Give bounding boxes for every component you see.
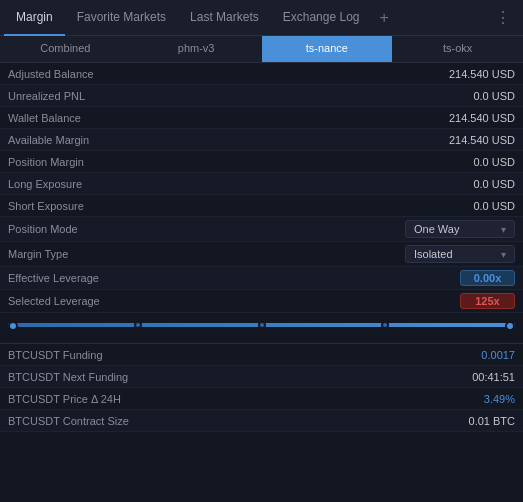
position-margin-label: Position Margin [8, 156, 355, 168]
btcusdt-funding-label: BTCUSDT Funding [8, 349, 435, 361]
chevron-down-icon: ▾ [501, 224, 506, 235]
selected-leverage-badge: 125x [460, 293, 515, 309]
btcusdt-price-24h-label: BTCUSDT Price Δ 24H [8, 393, 435, 405]
balance-data-section: Adjusted Balance 214.540 USD Unrealized … [0, 63, 523, 313]
adjusted-balance-label: Adjusted Balance [8, 68, 355, 80]
short-exposure-value: 0.0 USD [355, 200, 515, 212]
subtab-ts-okx[interactable]: ts-okx [392, 36, 523, 62]
selected-leverage-value: 125x [355, 293, 515, 309]
effective-leverage-label: Effective Leverage [8, 272, 355, 284]
subtab-combined[interactable]: Combined [0, 36, 131, 62]
margin-type-dropdown[interactable]: Isolated ▾ [405, 245, 515, 263]
btcusdt-next-funding-label: BTCUSDT Next Funding [8, 371, 435, 383]
list-item: BTCUSDT Price Δ 24H 3.49% [0, 388, 523, 410]
subtab-ts-nance[interactable]: ts-nance [262, 36, 393, 62]
margin-type-selected: Isolated [414, 248, 453, 260]
leverage-slider-row [0, 313, 523, 343]
table-row: Adjusted Balance 214.540 USD [0, 63, 523, 85]
effective-leverage-badge: 0.00x [460, 270, 515, 286]
slider-dot-3 [381, 321, 389, 329]
table-row: Short Exposure 0.0 USD [0, 195, 523, 217]
long-exposure-value: 0.0 USD [355, 178, 515, 190]
btcusdt-funding-value: 0.0017 [435, 349, 515, 361]
tab-margin[interactable]: Margin [4, 0, 65, 36]
selected-leverage-label: Selected Leverage [8, 295, 355, 307]
position-mode-dropdown[interactable]: One Way ▾ [405, 220, 515, 238]
chevron-down-icon: ▾ [501, 249, 506, 260]
top-navigation: Margin Favorite Markets Last Markets Exc… [0, 0, 523, 36]
slider-handle[interactable] [8, 321, 18, 331]
slider-handle-end[interactable] [505, 321, 515, 331]
subtab-phm-v3[interactable]: phm-v3 [131, 36, 262, 62]
margin-type-row: Margin Type Isolated ▾ [0, 242, 523, 267]
effective-leverage-row: Effective Leverage 0.00x [0, 267, 523, 290]
position-margin-value: 0.0 USD [355, 156, 515, 168]
slider-dot-1 [134, 321, 142, 329]
position-mode-row: Position Mode One Way ▾ [0, 217, 523, 242]
short-exposure-label: Short Exposure [8, 200, 355, 212]
btcusdt-next-funding-value: 00:41:51 [435, 371, 515, 383]
table-row: Available Margin 214.540 USD [0, 129, 523, 151]
available-margin-label: Available Margin [8, 134, 355, 146]
position-mode-value: One Way ▾ [355, 220, 515, 238]
position-mode-selected: One Way [414, 223, 459, 235]
btcusdt-contract-size-label: BTCUSDT Contract Size [8, 415, 435, 427]
adjusted-balance-value: 214.540 USD [355, 68, 515, 80]
list-item: BTCUSDT Funding 0.0017 [0, 344, 523, 366]
list-item: BTCUSDT Contract Size 0.01 BTC [0, 410, 523, 432]
list-item: BTCUSDT Next Funding 00:41:51 [0, 366, 523, 388]
add-tab-button[interactable]: + [371, 9, 396, 27]
tab-exchange-log[interactable]: Exchange Log [271, 0, 372, 36]
available-margin-value: 214.540 USD [355, 134, 515, 146]
table-row: Long Exposure 0.0 USD [0, 173, 523, 195]
effective-leverage-value: 0.00x [355, 270, 515, 286]
funding-section: BTCUSDT Funding 0.0017 BTCUSDT Next Fund… [0, 343, 523, 432]
more-options-icon[interactable]: ⋮ [487, 8, 519, 27]
tab-last-markets[interactable]: Last Markets [178, 0, 271, 36]
table-row: Unrealized PNL 0.0 USD [0, 85, 523, 107]
selected-leverage-row: Selected Leverage 125x [0, 290, 523, 313]
position-mode-label: Position Mode [8, 223, 355, 235]
wallet-balance-label: Wallet Balance [8, 112, 355, 124]
wallet-balance-value: 214.540 USD [355, 112, 515, 124]
unrealized-pnl-value: 0.0 USD [355, 90, 515, 102]
slider-dots [8, 321, 515, 331]
unrealized-pnl-label: Unrealized PNL [8, 90, 355, 102]
long-exposure-label: Long Exposure [8, 178, 355, 190]
margin-type-label: Margin Type [8, 248, 355, 260]
slider-dot-2 [258, 321, 266, 329]
btcusdt-contract-size-value: 0.01 BTC [435, 415, 515, 427]
sub-tab-bar: Combined phm-v3 ts-nance ts-okx [0, 36, 523, 63]
btcusdt-price-24h-value: 3.49% [435, 393, 515, 405]
table-row: Wallet Balance 214.540 USD [0, 107, 523, 129]
table-row: Position Margin 0.0 USD [0, 151, 523, 173]
tab-favorite-markets[interactable]: Favorite Markets [65, 0, 178, 36]
margin-type-value: Isolated ▾ [355, 245, 515, 263]
